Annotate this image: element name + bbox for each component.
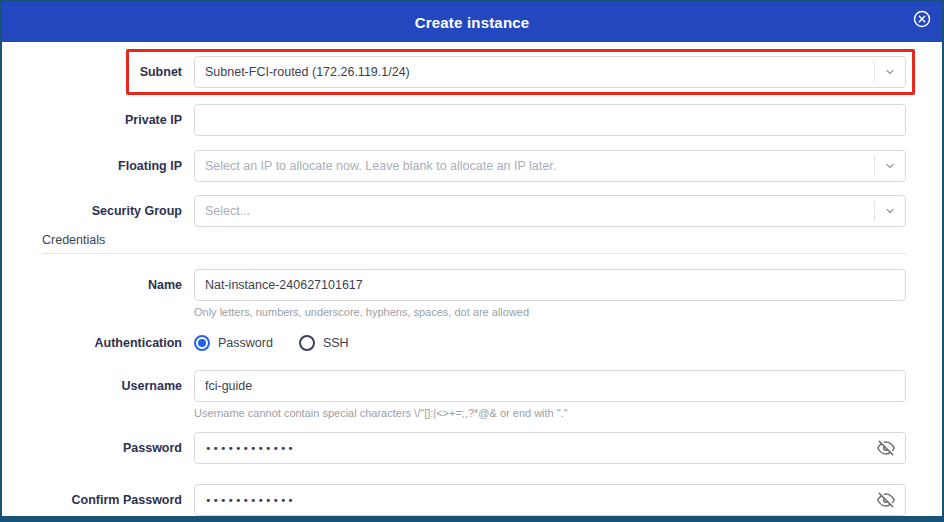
create-instance-dialog: Create instance Subnet Subnet-FCI-routed… — [0, 0, 944, 522]
radio-option-password[interactable]: Password — [194, 335, 273, 351]
authentication-label: Authentication — [2, 336, 182, 350]
dialog-header: Create instance — [2, 2, 942, 42]
close-button[interactable] — [911, 8, 933, 30]
username-row: Username — [2, 370, 942, 402]
name-helper-text: Only letters, numbers, underscore, hyphe… — [194, 306, 942, 318]
username-helper-text: Username cannot contain special characte… — [194, 407, 942, 419]
private-ip-label: Private IP — [2, 113, 182, 127]
private-ip-input[interactable] — [194, 104, 906, 136]
confirm-password-row: Confirm Password — [2, 484, 942, 516]
security-group-placeholder: Select... — [205, 204, 874, 218]
username-label: Username — [2, 379, 182, 393]
username-input[interactable] — [194, 370, 906, 402]
eye-off-icon — [877, 491, 895, 509]
floating-ip-label: Floating IP — [2, 159, 182, 173]
floating-ip-select[interactable]: Select an IP to allocate now. Leave blan… — [194, 150, 906, 182]
chevron-down-icon — [875, 205, 905, 217]
name-row: Name — [2, 269, 942, 301]
radio-option-ssh[interactable]: SSH — [299, 335, 349, 351]
password-label: Password — [2, 441, 182, 455]
confirm-password-input[interactable] — [194, 484, 906, 516]
password-input[interactable] — [194, 432, 906, 464]
confirm-password-label: Confirm Password — [2, 493, 182, 507]
eye-off-icon — [877, 439, 895, 457]
name-input[interactable] — [194, 269, 906, 301]
floating-ip-placeholder: Select an IP to allocate now. Leave blan… — [205, 159, 874, 173]
chevron-down-icon — [875, 160, 905, 172]
security-group-select[interactable]: Select... — [194, 195, 906, 227]
subnet-value: Subnet-FCI-routed (172.26.119.1/24) — [205, 65, 874, 79]
subnet-select[interactable]: Subnet-FCI-routed (172.26.119.1/24) — [194, 56, 906, 88]
subnet-label: Subnet — [2, 65, 182, 79]
radio-password-label: Password — [218, 336, 273, 350]
security-group-row: Security Group Select... — [2, 195, 942, 227]
private-ip-row: Private IP — [2, 104, 942, 136]
toggle-password-visibility-button[interactable] — [874, 436, 898, 460]
credentials-section-header: Credentials — [42, 233, 906, 254]
dialog-title: Create instance — [415, 14, 530, 31]
subnet-row: Subnet Subnet-FCI-routed (172.26.119.1/2… — [2, 56, 942, 88]
toggle-confirm-password-visibility-button[interactable] — [874, 488, 898, 512]
create-instance-form: Subnet Subnet-FCI-routed (172.26.119.1/2… — [2, 42, 942, 516]
chevron-down-icon — [875, 66, 905, 78]
name-label: Name — [2, 278, 182, 292]
radio-ssh-label: SSH — [323, 336, 349, 350]
close-icon — [912, 9, 932, 29]
radio-unselected-icon — [299, 335, 315, 351]
authentication-radio-group: Password SSH — [194, 335, 349, 351]
password-row: Password — [2, 432, 942, 464]
floating-ip-row: Floating IP Select an IP to allocate now… — [2, 150, 942, 182]
radio-selected-icon — [194, 335, 210, 351]
authentication-row: Authentication Password SSH — [2, 335, 942, 351]
security-group-label: Security Group — [2, 204, 182, 218]
